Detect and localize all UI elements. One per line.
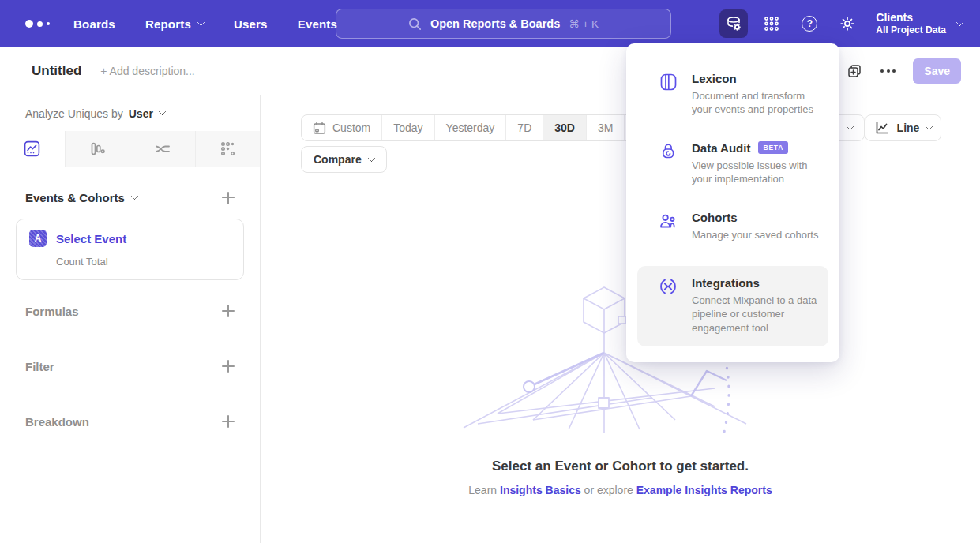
- data-management-menu: Lexicon Document and transform your even…: [626, 43, 839, 362]
- date-range-3m[interactable]: 3M: [586, 115, 624, 140]
- dot-grid-icon: [220, 140, 236, 157]
- tab-metric-chart[interactable]: [195, 131, 261, 167]
- flow-waves-icon: [154, 140, 171, 158]
- menu-item-integrations[interactable]: Integrations Connect Mixpanel to a data …: [637, 266, 828, 346]
- date-range-30d[interactable]: 30D: [543, 115, 586, 140]
- duplicate-icon[interactable]: [846, 62, 863, 80]
- cohorts-icon: [658, 211, 678, 231]
- nav-boards[interactable]: Boards: [73, 17, 115, 31]
- formulas-section: Formulas: [0, 283, 260, 339]
- chevron-down-icon: [956, 18, 964, 26]
- breakdown-label: Breakdown: [25, 415, 89, 429]
- help-button[interactable]: [795, 9, 824, 38]
- nav-events[interactable]: Events: [298, 17, 337, 31]
- analyze-label: Analyze Uniques by: [25, 107, 123, 120]
- grid-9-dots-icon: [763, 15, 780, 32]
- query-sidebar: Analyze Uniques by User: [0, 95, 261, 543]
- more-options-icon[interactable]: [880, 69, 896, 73]
- bar-chart-icon: [89, 140, 106, 157]
- analyze-row: Analyze Uniques by User: [0, 95, 260, 131]
- line-chart-icon: [24, 140, 40, 157]
- chart-type-dropdown[interactable]: Line: [865, 114, 941, 141]
- report-title[interactable]: Untitled: [32, 63, 81, 79]
- data-management-button[interactable]: [719, 9, 748, 38]
- empty-state-title: Select an Event or Cohort to get started…: [261, 459, 980, 474]
- chevron-down-icon: [197, 18, 205, 26]
- date-range-yesterday[interactable]: Yesterday: [434, 115, 506, 140]
- empty-state-hint: Learn Insights Basics or explore Example…: [261, 484, 980, 496]
- event-letter-badge: A: [29, 230, 47, 247]
- question-circle-icon: [802, 16, 817, 32]
- tab-line-chart[interactable]: [0, 131, 65, 167]
- primary-nav: Boards Reports Users Events: [73, 17, 337, 31]
- event-card[interactable]: A Select Event Count Total: [16, 219, 244, 280]
- add-description-field[interactable]: + Add description...: [100, 65, 194, 77]
- chevron-down-icon: [847, 122, 854, 130]
- database-gear-icon: [724, 14, 743, 33]
- add-breakdown-button[interactable]: [222, 415, 235, 428]
- menu-item-data-audit[interactable]: Data Audit BETA View possible issues wit…: [637, 141, 828, 186]
- project-name: All Project Data: [876, 24, 946, 37]
- project-selector[interactable]: Clients All Project Data: [876, 10, 946, 37]
- add-filter-button[interactable]: [222, 360, 235, 373]
- apps-grid-button[interactable]: [757, 9, 786, 38]
- chevron-down-icon: [158, 108, 166, 116]
- main-content: Custom Today Yesterday 7D 30D 3M 6M Line…: [261, 95, 980, 543]
- nav-reports[interactable]: Reports: [145, 17, 204, 31]
- beta-badge: BETA: [758, 141, 788, 154]
- date-range-today[interactable]: Today: [381, 115, 434, 140]
- navbar-right: Clients All Project Data: [719, 0, 980, 47]
- filter-label: Filter: [25, 360, 54, 373]
- chevron-down-icon: [367, 154, 375, 162]
- settings-button[interactable]: [833, 9, 862, 38]
- report-header-actions: Save: [846, 47, 961, 95]
- formulas-label: Formulas: [25, 305, 79, 318]
- add-formula-button[interactable]: [222, 305, 235, 317]
- example-reports-link[interactable]: Example Insights Reports: [636, 484, 772, 496]
- date-range-7d[interactable]: 7D: [505, 115, 543, 140]
- events-cohorts-header: Events & Cohorts: [25, 191, 235, 204]
- search-bar[interactable]: Open Reports & Boards ⌘ + K: [336, 9, 671, 39]
- search-placeholder: Open Reports & Boards: [430, 17, 560, 30]
- date-range-control: Custom Today Yesterday 7D 30D 3M 6M: [301, 114, 663, 141]
- insights-basics-link[interactable]: Insights Basics: [500, 484, 581, 496]
- filter-section: Filter: [0, 339, 260, 394]
- add-event-button[interactable]: [222, 192, 235, 204]
- menu-item-lexicon[interactable]: Lexicon Document and transform your even…: [637, 72, 828, 117]
- gear-icon: [838, 14, 857, 33]
- tab-flow-chart[interactable]: [130, 131, 195, 167]
- menu-item-cohorts[interactable]: Cohorts Manage your saved cohorts: [637, 211, 828, 242]
- visualization-tabs: [0, 131, 260, 167]
- query-groups: Formulas Filter Breakdown: [0, 283, 260, 449]
- org-name: Clients: [876, 10, 946, 24]
- search-icon: [408, 17, 422, 31]
- search-shortcut: ⌘ + K: [569, 17, 599, 30]
- breakdown-section: Breakdown: [0, 394, 260, 449]
- tab-bar-chart[interactable]: [65, 131, 130, 167]
- data-audit-icon: [658, 141, 678, 162]
- date-range-custom[interactable]: Custom: [302, 115, 381, 140]
- save-button[interactable]: Save: [913, 58, 961, 84]
- chevron-down-icon: [926, 122, 933, 130]
- compare-dropdown[interactable]: Compare: [301, 146, 387, 173]
- integrations-icon: [658, 276, 678, 297]
- mixpanel-logo-icon[interactable]: [25, 20, 50, 28]
- analyze-by-dropdown[interactable]: User: [129, 107, 165, 120]
- chevron-down-icon: [130, 193, 138, 200]
- count-total-dropdown[interactable]: Count Total: [56, 256, 231, 268]
- line-chart-axis-icon: [874, 120, 890, 136]
- nav-users[interactable]: Users: [234, 17, 268, 31]
- select-event-button[interactable]: Select Event: [56, 232, 126, 245]
- events-cohorts-label[interactable]: Events & Cohorts: [25, 191, 125, 204]
- top-navbar: Boards Reports Users Events Open Reports…: [0, 0, 980, 47]
- lexicon-icon: [658, 72, 678, 92]
- calendar-icon: [313, 122, 326, 135]
